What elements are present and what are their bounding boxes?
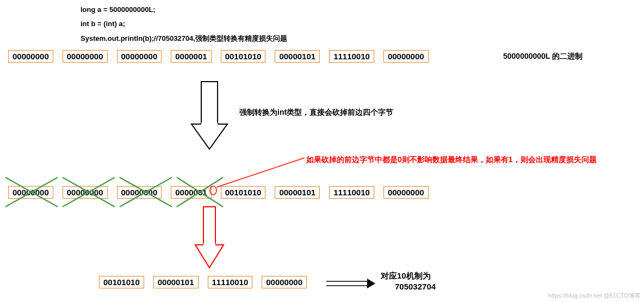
result-label: 对应10机制为 bbox=[381, 271, 431, 281]
code-line-1: long a = 5000000000L; bbox=[81, 5, 156, 14]
code-line-2: int b = (int) a; bbox=[81, 20, 125, 28]
watermark-text: https://blog.csdn.net @51CTO博客 bbox=[548, 292, 641, 300]
byte-box: 00000000 bbox=[262, 276, 307, 288]
svg-marker-14 bbox=[195, 245, 224, 268]
byte-box: 00000101 bbox=[275, 50, 320, 63]
byte-row-1: 00000000 00000000 00000000 0000001 00101… bbox=[8, 50, 438, 63]
byte-box: 00101010 bbox=[99, 276, 144, 288]
svg-rect-0 bbox=[201, 82, 218, 124]
svg-point-11 bbox=[210, 186, 216, 195]
byte-box: 00000000 bbox=[383, 186, 429, 199]
highlight-circle-icon bbox=[207, 157, 315, 195]
svg-rect-2 bbox=[201, 122, 218, 125]
byte-box: 11110010 bbox=[208, 276, 253, 288]
step2-label: 如果砍掉的前边字节中都是0则不影响数据最终结果，如果有1，则会出现精度损失问题 bbox=[306, 155, 597, 165]
byte-box: 0000001 bbox=[171, 50, 211, 63]
byte-box: 00101010 bbox=[221, 50, 266, 63]
step1-label: 强制转换为int类型，直接会砍掉前边四个字节 bbox=[239, 108, 393, 118]
byte-row-3: 00101010 00000101 11110010 00000000 bbox=[99, 276, 316, 288]
byte-box: 00000101 bbox=[153, 276, 199, 288]
svg-rect-15 bbox=[203, 243, 215, 246]
svg-marker-18 bbox=[367, 279, 375, 288]
code-line-3: System.out.println(b);//705032704,强制类型转换… bbox=[81, 34, 287, 44]
svg-marker-1 bbox=[191, 124, 227, 149]
cross-out-icon bbox=[5, 177, 223, 207]
implies-arrow-icon bbox=[326, 279, 375, 288]
result-value: 705032704 bbox=[395, 282, 436, 291]
arrow-down-red-icon bbox=[194, 206, 225, 270]
byte-box: 00000000 bbox=[117, 50, 162, 63]
byte-box: 00000000 bbox=[8, 50, 53, 63]
arrow-down-icon bbox=[190, 81, 228, 150]
row1-label: 5000000000L 的二进制 bbox=[503, 52, 583, 61]
svg-line-12 bbox=[216, 158, 305, 187]
byte-box: 00000000 bbox=[63, 50, 108, 63]
svg-rect-13 bbox=[203, 207, 215, 245]
byte-box: 00000000 bbox=[383, 50, 429, 63]
byte-box: 11110010 bbox=[329, 50, 374, 63]
byte-box: 11110010 bbox=[329, 186, 374, 199]
